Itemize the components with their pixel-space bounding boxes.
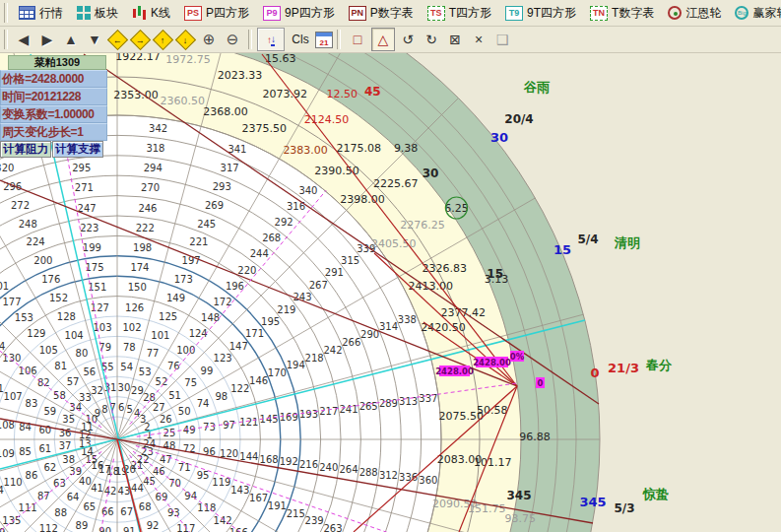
wheel-number: 30	[118, 382, 131, 393]
wheel-number: 51	[168, 390, 181, 401]
wheel-number: 313	[399, 396, 418, 407]
tool-赢家轮[interactable]: Big赢家轮	[728, 1, 781, 25]
tool-板块[interactable]: 板块	[70, 1, 125, 25]
price-highlight-text: 2428.00	[473, 358, 511, 367]
pan-left-button[interactable]: ←	[107, 29, 128, 49]
arrow-glyph: →	[136, 34, 145, 44]
up-button[interactable]: ▲	[60, 29, 82, 50]
wheel-number: 71	[178, 462, 191, 473]
pan-up-button[interactable]: ↑	[153, 29, 173, 49]
square-tool-button[interactable]: □	[346, 28, 369, 51]
wheel-number: 76	[167, 361, 180, 371]
wheel-number: 119	[212, 477, 230, 488]
table-icon	[19, 6, 35, 20]
rotate-ccw-button[interactable]: ↺	[397, 29, 419, 50]
wheel-number: 67	[120, 506, 133, 517]
calc-support-button[interactable]: 计算支撑	[52, 141, 103, 158]
wheel-number: 241	[339, 404, 358, 415]
wheel-number: 312	[379, 470, 398, 481]
wheel-number: 167	[249, 493, 268, 503]
wheel-number: 215	[287, 508, 305, 519]
wheel-number: 144	[239, 451, 258, 462]
tool-9T四方形[interactable]: T99T四方形	[498, 1, 583, 25]
tool-9P四方形[interactable]: P99P四方形	[256, 1, 342, 25]
outside-label: 谷雨	[523, 80, 551, 95]
wheel-number: 134	[0, 485, 4, 496]
prev-button[interactable]: ◀	[13, 29, 34, 50]
wheel-number: 239	[305, 515, 324, 526]
tool-江恩轮[interactable]: 江恩轮	[661, 1, 728, 25]
wheel-number: 220	[237, 265, 256, 276]
zoom-out-button[interactable]: ⊖	[222, 29, 243, 50]
wheel-number: 64	[67, 492, 80, 502]
flip-axis-button[interactable]: ↑↓	[257, 28, 285, 51]
wheel-number: 5	[126, 404, 132, 415]
tool-K线[interactable]: K线	[125, 1, 177, 25]
wheel-number: 176	[41, 274, 60, 285]
next-button[interactable]: ▶	[36, 29, 58, 50]
tool-P数字表[interactable]: PNP数字表	[342, 1, 421, 25]
pan-down-button[interactable]: ↓	[175, 29, 196, 49]
presentation-button[interactable]: ❑	[491, 29, 513, 50]
wheel-number: 126	[125, 302, 144, 313]
wheel-number: 91	[123, 526, 136, 532]
wheel-number: 293	[213, 181, 231, 192]
triangle-tool-button[interactable]: △	[371, 28, 395, 51]
wheel-number: 44	[131, 483, 144, 494]
price-label-inner: 2398.00	[340, 193, 385, 206]
tool-P四方形[interactable]: PSP四方形	[177, 1, 256, 25]
outside-label: 15	[553, 242, 571, 257]
wheel-number: 314	[379, 321, 398, 332]
tool-label: 江恩轮	[685, 5, 721, 22]
wheel-number: 99	[201, 366, 214, 376]
gann-wheel-canvas[interactable]: 1234567891011121314151617181920212223242…	[0, 53, 781, 532]
pan-right-button[interactable]: →	[130, 29, 151, 49]
wheel-number: 175	[86, 262, 104, 273]
wheel-number: 200	[33, 255, 52, 266]
outside-label: 5/3	[614, 501, 634, 515]
box-select-button[interactable]: ⊠	[444, 29, 466, 50]
shrink-button[interactable]: ×	[468, 29, 489, 50]
cycle-step-field: 周天变化步长=1	[0, 123, 107, 141]
tools-toolbar: ◀▶▲▼←→↑↓⊕⊖↑↓Cls21□△↺↻⊠×❑	[0, 27, 781, 53]
rotate-cw-button[interactable]: ↻	[421, 29, 442, 50]
price-label-outer: 2073.92	[263, 88, 308, 100]
wheel-number: 248	[19, 219, 37, 230]
wheel-number: 291	[325, 267, 344, 278]
outside-label: 20/4	[504, 112, 533, 126]
wheel-number: 110	[4, 477, 23, 488]
outside-label: 21/3	[608, 361, 639, 375]
wheel-number: 342	[149, 123, 167, 134]
wheel-number: 53	[139, 366, 152, 377]
outside-label: 春分	[645, 358, 673, 372]
calc-resistance-button[interactable]: 计算阻力	[0, 141, 51, 158]
wheel-number: 242	[323, 345, 342, 356]
wheel-number: 244	[250, 248, 269, 259]
price-label-outer: 1922.17	[115, 53, 161, 63]
wheel-number: 315	[341, 255, 359, 266]
wheel-number: 292	[275, 217, 293, 228]
zoom-in-button[interactable]: ⊕	[198, 29, 220, 50]
price-highlight-text: 2428.00	[435, 366, 474, 376]
price-label-outer: 2276.25	[400, 219, 445, 232]
wheel-number: 57	[67, 376, 80, 387]
wheel-number: 271	[75, 182, 94, 193]
down-button[interactable]: ▼	[84, 29, 105, 50]
wheel-number: 191	[268, 500, 287, 511]
toolbar-groove	[4, 3, 8, 23]
degree-label: 15	[487, 267, 503, 281]
tool-T数字表[interactable]: TNT数字表	[583, 1, 661, 25]
wheel-number: 125	[159, 311, 177, 322]
tool-T四方形[interactable]: TST四方形	[421, 1, 498, 25]
tool-行情[interactable]: 行情	[12, 1, 70, 25]
chart-area[interactable]: 1234567891011121314151617181920212223242…	[0, 53, 781, 532]
fraction-label: 93.75	[504, 512, 536, 525]
tn-badge-icon: TN	[590, 6, 608, 21]
wheel-number: 124	[189, 328, 208, 339]
wheel-number: 38	[62, 454, 75, 465]
calendar-button[interactable]: 21	[315, 32, 333, 48]
cls-button[interactable]: Cls	[287, 29, 314, 50]
wheel-number: 118	[197, 502, 216, 513]
wheel-number: 264	[339, 464, 358, 475]
wheel-number: 195	[261, 316, 280, 327]
